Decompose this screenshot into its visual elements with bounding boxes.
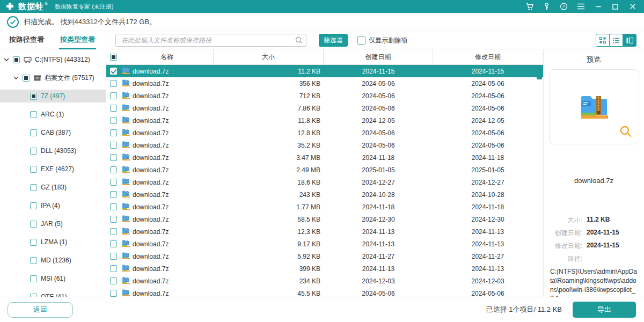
row-checkbox[interactable] (110, 228, 117, 235)
filetype-checkbox[interactable] (30, 275, 37, 282)
row-checkbox[interactable] (110, 68, 117, 75)
row-checkbox[interactable] (110, 203, 117, 210)
sidebar-item-filetype[interactable]: 7Z (497) (0, 90, 106, 103)
filetype-checkbox[interactable] (30, 202, 37, 209)
tab-by-path[interactable]: 按路径查看 (8, 31, 45, 49)
file-size: 356 KB (214, 80, 324, 87)
table-row[interactable]: download.7z 9.17 KB 2024-11-13 2024-11-1… (106, 238, 543, 250)
sidebar-item-archives[interactable]: 档案文件 (57517) (0, 71, 106, 84)
menu-icon[interactable] (577, 3, 585, 11)
grid-view-icon[interactable] (596, 34, 610, 47)
detail-view-icon[interactable] (623, 34, 636, 47)
sidebar-item-filetype[interactable]: GZ (183) (0, 181, 106, 194)
table-row[interactable]: download.7z 356 KB 2024-05-06 2024-05-06 (106, 77, 543, 90)
export-button[interactable]: 导出 (573, 302, 636, 318)
sidebar-item-filetype[interactable]: EXE (4627) (0, 163, 106, 175)
sidebar-item-filetype[interactable]: DLL (43053) (0, 144, 106, 157)
table-row[interactable]: download.7z 18.6 KB 2024-12-27 2024-12-2… (106, 176, 543, 188)
row-checkbox[interactable] (110, 166, 117, 173)
minimize-icon[interactable] (594, 3, 602, 11)
table-scrollbar-thumb[interactable] (537, 66, 542, 79)
table-row[interactable]: download.7z 35.2 KB 2024-05-06 2024-05-0… (106, 139, 543, 151)
file-modified-date: 2024-12-03 (433, 277, 543, 285)
drive-checkbox[interactable] (13, 56, 20, 63)
column-header-modified[interactable]: 修改日期 (433, 49, 543, 65)
list-view-icon[interactable] (609, 34, 623, 47)
filetype-checkbox[interactable] (30, 129, 37, 136)
search-input[interactable] (115, 34, 306, 47)
sidebar-item-filetype[interactable]: ARC (1) (0, 108, 106, 121)
row-checkbox[interactable] (110, 105, 117, 112)
column-header-size[interactable]: 大小 (214, 49, 324, 65)
filetype-checkbox[interactable] (30, 166, 37, 173)
row-checkbox[interactable] (110, 142, 117, 149)
row-checkbox[interactable] (110, 290, 117, 297)
filter-button[interactable]: 筛选器 (319, 34, 348, 47)
table-row[interactable]: download.7z 243 KB 2024-10-28 2024-10-28 (106, 188, 543, 201)
row-checkbox[interactable] (110, 191, 117, 198)
back-button[interactable]: 返回 (8, 302, 73, 318)
show-deleted-checkbox[interactable] (357, 36, 365, 45)
sidebar-item-filetype[interactable]: MSI (61) (0, 272, 106, 285)
filetype-checkbox[interactable] (30, 93, 37, 100)
key-icon[interactable] (543, 3, 551, 11)
table-row[interactable]: download.7z 45.5 KB 2024-05-06 2024-05-0… (106, 287, 543, 297)
show-deleted-only-toggle[interactable]: 仅显示删除项 (357, 34, 407, 47)
table-row[interactable]: download.7z 3.47 MB 2024-11-18 2024-11-1… (106, 151, 543, 164)
filetype-checkbox[interactable] (30, 148, 37, 155)
sidebar-item-drive[interactable]: C:(NTFS) (443312) (0, 53, 106, 66)
row-checkbox[interactable] (110, 179, 117, 186)
table-row[interactable]: download.7z 5.92 KB 2024-11-27 2024-11-2… (106, 250, 543, 262)
filetype-checkbox[interactable] (30, 184, 37, 191)
table-row[interactable]: download.7z 2.49 MB 2025-01-05 2025-01-0… (106, 164, 543, 176)
table-row[interactable]: download.7z 11.8 KB 2024-12-05 2024-12-0… (106, 114, 543, 127)
table-row[interactable]: download.7z 58.5 KB 2024-12-30 2024-12-3… (106, 213, 543, 225)
file-created-date: 2024-05-06 (324, 92, 433, 100)
chevron-down-icon[interactable] (3, 58, 10, 61)
table-row[interactable]: download.7z 234 KB 2024-12-03 2024-12-03 (106, 275, 543, 287)
filetype-checkbox[interactable] (30, 239, 37, 246)
maximize-icon[interactable] (611, 3, 619, 11)
archives-checkbox[interactable] (23, 75, 30, 82)
row-checkbox[interactable] (110, 240, 117, 247)
table-row[interactable]: download.7z 11.2 KB 2024-11-15 2024-11-1… (106, 65, 543, 77)
file-name: download.7z (133, 253, 169, 260)
row-checkbox[interactable] (110, 265, 117, 272)
table-row[interactable]: download.7z 712 KB 2024-05-06 2024-05-06 (106, 90, 543, 102)
sidebar-item-filetype[interactable]: IPA (4) (0, 199, 106, 212)
table-row[interactable]: download.7z 399 KB 2024-11-13 2024-11-13 (106, 262, 543, 275)
tab-by-type[interactable]: 按类型查看 (59, 31, 96, 49)
magnifier-icon[interactable] (619, 125, 632, 140)
sidebar-item-filetype[interactable]: MD (1236) (0, 254, 106, 267)
row-checkbox[interactable] (110, 154, 117, 161)
table-row[interactable]: download.7z 7.86 KB 2024-05-06 2024-05-0… (106, 102, 543, 114)
close-icon[interactable] (628, 3, 636, 11)
filetype-checkbox[interactable] (30, 221, 37, 228)
row-checkbox[interactable] (110, 216, 117, 223)
row-checkbox[interactable] (110, 253, 117, 260)
row-checkbox[interactable] (110, 92, 117, 99)
row-checkbox[interactable] (110, 129, 117, 136)
7z-file-icon (122, 165, 130, 174)
sidebar-item-filetype[interactable]: CAB (387) (0, 126, 106, 139)
7z-file-icon (122, 91, 130, 100)
row-checkbox[interactable] (110, 80, 117, 87)
table-row[interactable]: download.7z 12.3 KB 2024-11-13 2024-11-1… (106, 225, 543, 238)
file-size: 243 KB (214, 191, 324, 199)
column-header-created[interactable]: 创建日期 (324, 49, 433, 65)
sidebar-item-filetype[interactable]: JAR (5) (0, 217, 106, 230)
sidebar-item-filetype[interactable]: OTF (41) (0, 290, 106, 297)
cart-icon[interactable] (525, 3, 533, 11)
table-row[interactable]: download.7z 1.77 MB 2024-11-18 2024-11-1… (106, 201, 543, 213)
row-checkbox[interactable] (110, 117, 117, 124)
filetype-checkbox[interactable] (30, 257, 37, 264)
file-modified-date: 2024-11-13 (433, 240, 543, 248)
table-row[interactable]: download.7z 12.8 KB 2024-05-06 2024-05-0… (106, 127, 543, 139)
sidebar-item-filetype[interactable]: LZMA (1) (0, 236, 106, 248)
chevron-down-icon[interactable] (13, 76, 19, 79)
column-header-name[interactable]: 名称 (121, 49, 214, 65)
row-checkbox[interactable] (110, 277, 117, 284)
select-all-checkbox[interactable] (110, 54, 117, 61)
help-icon[interactable]: ? (560, 3, 568, 11)
filetype-checkbox[interactable] (30, 111, 37, 118)
